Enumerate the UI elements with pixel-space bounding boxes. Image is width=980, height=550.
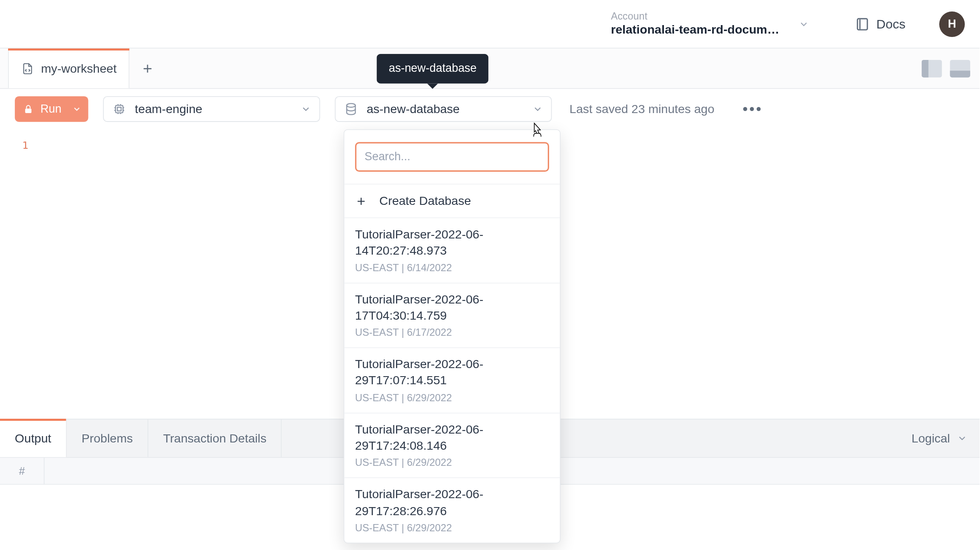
database-icon — [344, 102, 359, 116]
tab-transaction-details[interactable]: Transaction Details — [148, 420, 282, 457]
book-icon — [855, 17, 870, 31]
database-option-name: TutorialParser-2022-06-14T20:27:48.973 — [355, 226, 549, 259]
database-option-name: TutorialParser-2022-06-29T17:07:14.551 — [355, 356, 549, 389]
account-name: relationalai-team-rd-docum… — [611, 23, 779, 38]
database-dropdown: Create Database TutorialParser-2022-06-1… — [344, 129, 561, 543]
tooltip: as-new-database — [376, 54, 489, 84]
chevron-down-icon — [533, 104, 543, 114]
database-option-name: TutorialParser-2022-06-29T17:28:26.976 — [355, 486, 549, 519]
svg-point-16 — [744, 107, 748, 111]
tab-label: my-worksheet — [41, 62, 117, 76]
chevron-down-icon[interactable] — [795, 19, 812, 29]
plus-icon — [355, 195, 368, 207]
run-button[interactable]: Run — [15, 96, 88, 122]
add-tab-button[interactable] — [129, 48, 166, 88]
database-option[interactable]: TutorialParser-2022-06-29T17:24:08.146 U… — [344, 413, 560, 478]
database-option-meta: US-EAST | 6/29/2022 — [355, 522, 549, 533]
svg-rect-0 — [857, 18, 867, 29]
top-header: Account relationalai-team-rd-docum… Docs… — [0, 0, 980, 48]
avatar[interactable]: H — [939, 11, 965, 37]
account-label: Account — [611, 10, 779, 23]
toolbar: Run team-engine as-new-database Last sav… — [0, 89, 980, 129]
database-option[interactable]: TutorialParser-2022-06-14T20:27:48.973 U… — [344, 218, 560, 283]
lock-icon — [23, 104, 34, 114]
line-number: 1 — [15, 139, 28, 152]
database-option-meta: US-EAST | 6/29/2022 — [355, 457, 549, 468]
database-option[interactable]: TutorialParser-2022-06-17T04:30:14.759 U… — [344, 283, 560, 348]
result-index-header: # — [0, 458, 45, 484]
search-input[interactable] — [355, 142, 549, 172]
svg-rect-6 — [117, 107, 121, 111]
svg-point-15 — [347, 104, 355, 108]
chip-icon — [112, 102, 127, 116]
svg-rect-5 — [116, 105, 123, 113]
tab-worksheet[interactable]: my-worksheet — [8, 48, 129, 88]
view-mode-selector[interactable]: Logical — [900, 420, 980, 457]
chevron-down-icon — [301, 104, 311, 114]
engine-name: team-engine — [135, 102, 202, 116]
run-label: Run — [40, 102, 61, 116]
worksheet-tabs: my-worksheet — [0, 48, 980, 89]
database-option-name: TutorialParser-2022-06-17T04:30:14.759 — [355, 291, 549, 324]
create-database-button[interactable]: Create Database — [344, 184, 560, 218]
svg-rect-4 — [25, 109, 31, 113]
database-option[interactable]: TutorialParser-2022-06-29T17:07:14.551 U… — [344, 348, 560, 413]
database-name: as-new-database — [367, 102, 460, 116]
database-option-meta: US-EAST | 6/29/2022 — [355, 392, 549, 403]
last-saved-text: Last saved 23 minutes ago — [570, 102, 715, 116]
docs-link[interactable]: Docs — [855, 17, 906, 31]
account-selector[interactable]: Account relationalai-team-rd-docum… — [611, 10, 779, 37]
database-option-meta: US-EAST | 6/17/2022 — [355, 327, 549, 338]
create-database-label: Create Database — [379, 194, 471, 208]
more-options-button[interactable] — [743, 106, 761, 112]
svg-point-17 — [750, 107, 755, 111]
tab-output[interactable]: Output — [0, 420, 67, 457]
chevron-down-icon — [957, 433, 967, 444]
layout-sidebar-icon[interactable] — [922, 60, 942, 77]
chevron-down-icon — [72, 105, 82, 114]
tab-problems[interactable]: Problems — [67, 420, 148, 457]
code-file-icon — [21, 62, 34, 76]
docs-label: Docs — [876, 17, 906, 31]
database-selector[interactable]: as-new-database — [335, 96, 552, 122]
svg-point-18 — [757, 107, 761, 111]
database-option[interactable]: TutorialParser-2022-06-29T17:28:26.976 U… — [344, 478, 560, 542]
database-option-meta: US-EAST | 6/14/2022 — [355, 262, 549, 273]
database-option-name: TutorialParser-2022-06-29T17:24:08.146 — [355, 421, 549, 454]
engine-selector[interactable]: team-engine — [103, 96, 320, 122]
layout-bottom-icon[interactable] — [950, 60, 970, 77]
